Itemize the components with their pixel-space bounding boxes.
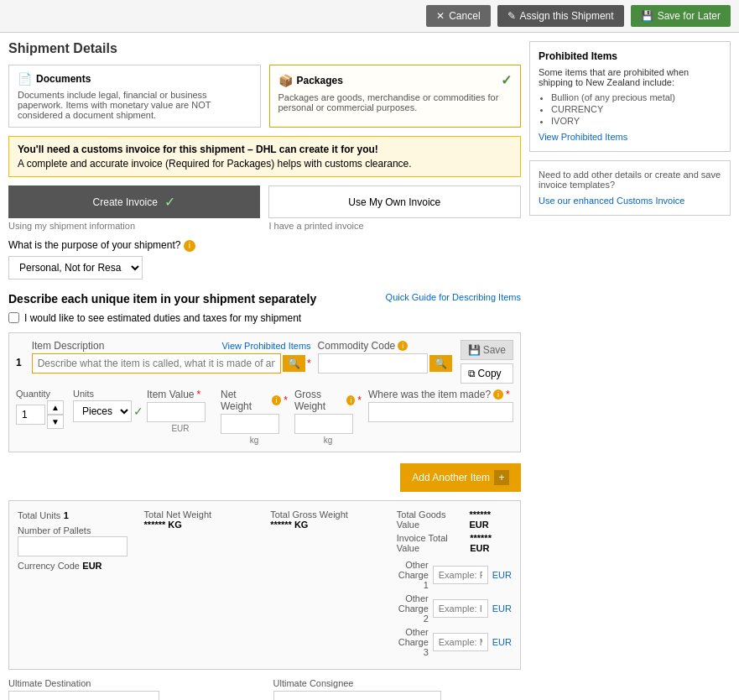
ultimate-consignee-section: Ultimate Consignee [273, 678, 522, 701]
gross-weight-info-icon[interactable]: i [346, 395, 355, 405]
net-weight-info-icon[interactable]: i [272, 395, 282, 405]
create-invoice-check-icon: ✓ [164, 194, 175, 210]
save-icon: 💾 [641, 10, 653, 22]
enhanced-customs-link[interactable]: Use our enhanced Customs Invoice [539, 196, 684, 206]
packages-check-icon: ✓ [501, 72, 512, 88]
right-panel: Prohibited Items Some items that are pro… [529, 41, 731, 700]
charge-1-currency[interactable]: EUR [492, 570, 512, 580]
other-charge-3-input[interactable] [433, 633, 488, 651]
use-own-invoice-button[interactable]: Use My Own Invoice [268, 185, 522, 218]
view-prohibited-link[interactable]: View Prohibited Items [221, 341, 310, 351]
doc-icon: 📄 [18, 72, 32, 86]
customs-notice: You'll need a customs invoice for this s… [8, 136, 521, 177]
purpose-info-icon[interactable]: i [184, 240, 195, 252]
item-fields-top: 1 Item Description View Prohibited Items… [16, 340, 513, 384]
purpose-section: What is the purpose of your shipment? i … [8, 239, 521, 279]
qty-down-button[interactable]: ▼ [47, 415, 64, 429]
item-value-input[interactable] [147, 402, 206, 422]
item-row: 1 Item Description View Prohibited Items… [8, 332, 521, 452]
quantity-input[interactable] [16, 405, 45, 425]
customs-enhanced-box: Need to add other details or create and … [529, 160, 731, 216]
other-charge-3-row: Other Charge 3 EUR [397, 627, 512, 657]
where-made-input[interactable] [368, 402, 513, 422]
commodity-info-icon[interactable]: i [398, 341, 408, 351]
charge-3-currency[interactable]: EUR [492, 637, 512, 647]
prohibited-items-box: Prohibited Items Some items that are pro… [529, 41, 731, 152]
cancel-button[interactable]: ✕ Cancel [426, 5, 490, 27]
items-header: Quick Guide for Describing Items Describ… [8, 292, 521, 312]
create-invoice-button[interactable]: Create Invoice ✓ [8, 185, 260, 218]
invoice-sub-labels: Using my shipment information I have a p… [8, 221, 521, 231]
invoice-options-row: Create Invoice ✓ Use My Own Invoice [8, 185, 521, 218]
prohibited-item: CURRENCY [551, 104, 721, 114]
duties-checkbox[interactable] [8, 312, 19, 323]
assign-icon: ✎ [507, 10, 516, 22]
duties-checkbox-row: I would like to see estimated duties and… [8, 312, 521, 324]
commodity-search-button[interactable]: 🔍 [429, 355, 452, 372]
charge-2-currency[interactable]: EUR [492, 603, 512, 614]
charge-1-label: Other Charge 1 [397, 560, 429, 590]
charge-3-label: Other Charge 3 [397, 627, 429, 657]
prohibited-item: IVORY [551, 116, 721, 126]
other-charge-1-row: Other Charge 1 EUR [397, 560, 512, 590]
where-made-info-icon[interactable]: i [493, 389, 503, 400]
copy-icon: ⧉ [468, 368, 476, 379]
other-charge-2-input[interactable] [433, 599, 488, 618]
pallets-input[interactable] [18, 536, 128, 556]
bottom-section: Ultimate Destination Ultimate Consignee [8, 670, 521, 701]
save-for-later-button[interactable]: 💾 Save for Later [631, 5, 731, 27]
shipment-type-row: 📄 Documents Documents include legal, fin… [8, 65, 521, 128]
page-title: Shipment Details [8, 41, 521, 56]
add-item-plus-icon: + [494, 470, 509, 485]
ultimate-consignee-input[interactable] [273, 691, 441, 701]
prohibited-items-list: Bullion (of any precious metal) CURRENCY… [539, 92, 721, 126]
qty-up-button[interactable]: ▲ [47, 400, 64, 415]
assign-shipment-button[interactable]: ✎ Assign this Shipment [497, 5, 624, 27]
cancel-icon: ✕ [436, 10, 445, 22]
view-prohibited-items-link[interactable]: View Prohibited Items [539, 132, 627, 142]
gross-weight-input[interactable] [294, 414, 353, 434]
ultimate-destination-input[interactable] [8, 691, 159, 701]
purpose-select[interactable]: Personal, Not for Resale Gift Commercial… [8, 256, 143, 279]
units-select[interactable]: Pieces [73, 400, 132, 422]
other-charge-1-input[interactable] [433, 566, 488, 584]
top-bar: ✕ Cancel ✎ Assign this Shipment 💾 Save f… [0, 0, 739, 33]
commodity-code-input[interactable] [318, 353, 428, 374]
prohibited-item: Bullion (of any precious metal) [551, 92, 721, 102]
copy-item-button[interactable]: ⧉ Copy [461, 363, 513, 384]
item-description-input[interactable] [32, 353, 281, 374]
packages-icon: 📦 [278, 74, 293, 87]
quick-guide-link[interactable]: Quick Guide for Describing Items [386, 292, 521, 302]
other-charges: Other Charge 1 EUR Other Charge 2 EUR Ot… [397, 560, 512, 657]
ultimate-destination-section: Ultimate Destination [8, 678, 257, 701]
add-item-row: Add Another Item + [8, 459, 521, 492]
net-weight-input[interactable] [221, 414, 279, 434]
charge-2-label: Other Charge 2 [397, 593, 429, 624]
save-item-button[interactable]: 💾 Save [461, 340, 513, 360]
add-another-item-button[interactable]: Add Another Item + [400, 463, 521, 492]
item-search-button[interactable]: 🔍 [283, 355, 305, 372]
item-number: 1 [16, 357, 22, 374]
item-actions: 💾 Save ⧉ Copy [461, 340, 513, 384]
packages-option[interactable]: 📦 Packages ✓ Packages are goods, merchan… [269, 65, 522, 128]
main-content: Shipment Details 📄 Documents Documents i… [0, 33, 739, 700]
totals-section: Total Units 1 Number of Pallets Currency… [8, 500, 521, 670]
units-check-icon: ✓ [133, 405, 143, 418]
save-item-icon: 💾 [468, 344, 481, 356]
left-panel: Shipment Details 📄 Documents Documents i… [8, 41, 521, 700]
documents-option[interactable]: 📄 Documents Documents include legal, fin… [8, 65, 261, 128]
other-charge-2-row: Other Charge 2 EUR [397, 593, 512, 624]
item-details-row: Quantity ▲ ▼ Units Pieces [16, 389, 513, 445]
